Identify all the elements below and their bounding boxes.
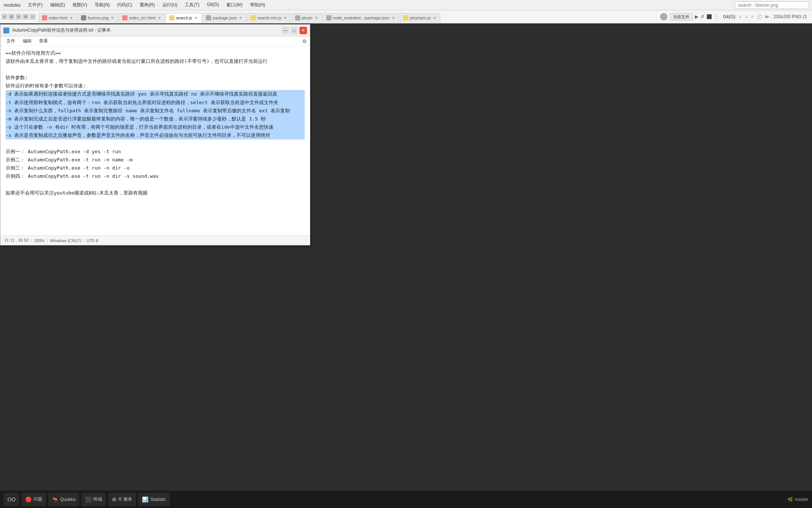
tab-icon-json (206, 15, 211, 20)
tab-pinyinpro-js[interactable]: pinyinpro.js ✕ (400, 13, 440, 23)
tab-label: search.min.js (257, 16, 281, 20)
git-label: Git(G): (723, 14, 737, 19)
tab-close[interactable]: ✕ (432, 16, 437, 20)
content-line (6, 65, 305, 74)
tab-close[interactable]: ✕ (391, 16, 396, 20)
notepad-settings-icon[interactable]: ⚙ (302, 38, 307, 44)
menu-view[interactable]: 视图(V) (69, 0, 91, 10)
git-check3[interactable]: ✓ (751, 14, 754, 19)
content-line: 示例三： AutumnCopyPath.exe -t run -n dir -o (6, 164, 305, 172)
menu-items: 文件(F) 编辑(E) 视图(V) 导航(N) 代码(C) 重构(R) 运行(U… (24, 0, 269, 10)
taskbar-item-oo[interactable]: OO (4, 493, 19, 506)
content-line: 软件参数: (6, 74, 305, 82)
menu-nav[interactable]: 导航(N) (91, 0, 114, 10)
git-more[interactable]: ≫ (764, 14, 769, 19)
tab-close[interactable]: ✕ (314, 16, 319, 20)
menu-help[interactable]: 帮助(H) (246, 0, 269, 10)
toolbar-debug[interactable]: ↺ (701, 14, 704, 19)
content-line: 示例二： AutumnCopyPath.exe -t run -n name -… (6, 156, 305, 164)
tab-label: package.json (213, 16, 237, 20)
tab-icon-py (295, 15, 300, 20)
content-line-selected: -t 表示使用那种复制模式，值有两个：run 表示获取当前焦点界面对应进程的路径… (6, 99, 305, 107)
tab-close[interactable]: ✕ (157, 16, 162, 20)
tab-ctrl-settings[interactable]: ⚙ (23, 14, 29, 20)
notepad-minimize-btn[interactable]: — (282, 27, 289, 34)
tab-icon-minjs (250, 15, 256, 20)
menu-code[interactable]: 代码(C) (113, 0, 136, 10)
content-line: 示例四： AutumnCopyPath.exe -t run -n dir -s… (6, 172, 305, 180)
tab-label: pinyinpro.js (410, 16, 431, 20)
tab-ctrl-minimize[interactable]: — (30, 14, 36, 20)
tab-bar: ≡ ⊟ ✕ ⚙ — index.html ✕ favicon.png ✕ ind… (0, 10, 812, 23)
search-input[interactable] (735, 1, 809, 9)
notepad-maximize-btn[interactable]: □ (291, 27, 298, 34)
tab-close[interactable]: ✕ (110, 16, 115, 20)
git-check1[interactable]: ✓ (739, 14, 743, 19)
content-line-selected: -n 表示复制什么东西，fullpath 表示复制完整路径 name 表示复制文… (6, 107, 305, 115)
tab-node-modules[interactable]: node_modules\...\package.json ✕ (323, 13, 399, 23)
tab-index-html[interactable]: index.html ✕ (39, 13, 77, 23)
taskbar-item-statistic[interactable]: 📊 Statistic (138, 493, 169, 506)
tab-close[interactable]: ✕ (238, 16, 243, 20)
menu-git[interactable]: Git(G) (203, 0, 223, 10)
content-line: ==软件介绍与使用方式== (6, 49, 305, 57)
taskbar-icon-services: ⚙ (112, 496, 117, 502)
tab-index-src-html[interactable]: index_src.html ✕ (119, 13, 165, 23)
content-line: 示例一： AutumnCopyPath.exe -d yes -t run (6, 148, 305, 156)
notepad-menubar: 文件 编辑 查看 ⚙ (0, 36, 310, 46)
toolbar-stop[interactable]: ⬛ (706, 14, 712, 19)
taskbar-right: 🌿 master (787, 497, 808, 502)
tab-close[interactable]: ✕ (283, 16, 288, 20)
tab-ctrl-close[interactable]: ✕ (16, 14, 22, 20)
taskbar-branch: master (795, 497, 808, 502)
taskbar-icon-wenti: 🔴 (25, 496, 32, 502)
tab-close[interactable]: ✕ (69, 16, 74, 20)
nm-view[interactable]: 查看 (36, 37, 51, 45)
tab-label: pinyin (302, 16, 313, 20)
taskbar-label-statistic: Statistic (150, 497, 166, 502)
nm-edit[interactable]: 编辑 (20, 37, 35, 45)
menu-run[interactable]: 运行(U) (159, 0, 181, 10)
menu-tools[interactable]: 工具(T) (181, 0, 203, 10)
toolbar-run[interactable]: ▶ (695, 14, 698, 19)
img-info: 200x200 PNG (3 (774, 14, 807, 19)
tab-search-min-js[interactable]: search.min.js ✕ (247, 13, 291, 23)
menu-refactor[interactable]: 重构(R) (136, 0, 159, 10)
tab-pinyin[interactable]: pinyin ✕ (292, 13, 322, 23)
menu-edit[interactable]: 编辑(E) (46, 0, 69, 10)
taskbar-icon-terminal: ⬛ (85, 496, 91, 502)
nm-file[interactable]: 文件 (3, 37, 18, 45)
menu-file[interactable]: 文件(F) (24, 0, 46, 10)
taskbar-label-services: 8: 服务 (119, 496, 132, 502)
tab-icon-js (169, 15, 174, 20)
menu-window[interactable]: 窗口(W) (223, 0, 246, 10)
app-name: modules (0, 3, 24, 8)
notepad-window: AutumnCopyPath软件信息与使用说明.txt - 记事本 — □ ✕ … (0, 24, 310, 245)
ns-encoding: Windows (CRLF) (50, 238, 81, 243)
notepad-close-btn[interactable]: ✕ (300, 27, 307, 34)
taskbar-item-terminal[interactable]: ⬛ 终端 (81, 493, 106, 506)
toolbar-more[interactable]: ⋮ (714, 14, 719, 19)
tab-controls: ≡ ⊟ ✕ ⚙ — (1, 14, 36, 20)
content-line: 如果还不会用可以关注youtube频道或B站:木瓜太香，里面有视频 (6, 189, 305, 197)
tab-package-json[interactable]: package.json ✕ (203, 13, 246, 23)
content-line: 软件运行的时候有多个参数可以传递: (6, 82, 305, 90)
tab-label: favicon.png (88, 16, 109, 20)
notepad-titlebar: AutumnCopyPath软件信息与使用说明.txt - 记事本 — □ ✕ (0, 25, 310, 36)
taskbar-item-services[interactable]: ⚙ 8: 服务 (108, 493, 136, 506)
tab-search-js[interactable]: search.js ✕ (166, 13, 202, 23)
content-line-selected: -d 表示如果遇到软连接或者快捷方式是否继续寻找真实路径 yes 表示寻找真实路… (6, 90, 305, 98)
content-line-selected: -s 表示是否复制成功之后播放声音，参数是声音文件的名称，声音文件必须放在与当前… (6, 131, 305, 139)
tab-favicon-png[interactable]: favicon.png ✕ (78, 13, 118, 23)
tab-close[interactable]: ✕ (194, 16, 198, 20)
git-check2[interactable]: ✓ (745, 14, 748, 19)
git-clock[interactable]: 🕐 (757, 14, 762, 19)
tab-ctrl-split[interactable]: ⊟ (9, 14, 14, 20)
tab-ctrl-list[interactable]: ≡ (1, 14, 7, 20)
taskbar-item-wenti[interactable]: 🔴 问题 (22, 493, 46, 506)
taskbar-icon-oo: OO (7, 496, 16, 502)
current-file-btn[interactable]: 当前文件 (670, 13, 693, 21)
notepad-icon (3, 28, 9, 33)
taskbar-item-quokka[interactable]: 🦘 Quokka (48, 493, 79, 506)
ns-sep3: | (83, 238, 84, 243)
